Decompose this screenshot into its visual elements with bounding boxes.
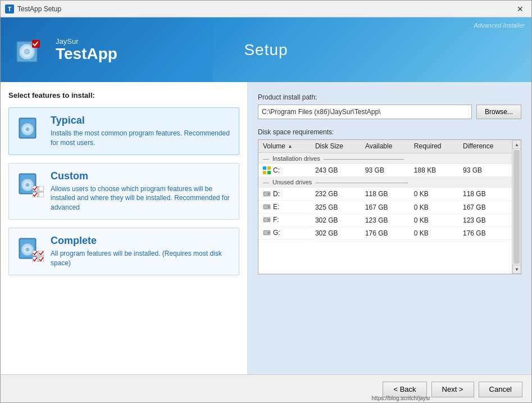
drive-d-avail: 118 GB [361,188,410,201]
table-row: G: 302 GB 176 GB 0 KB 176 GB [258,227,512,239]
drive-e-avail: 167 GB [361,201,410,214]
typical-icon [17,115,44,142]
drive-d-size: 232 GB [311,188,361,201]
custom-icon-wrap [17,170,44,197]
header-brand: Advanced Installer [474,22,525,29]
drive-f-avail: 123 GB [361,214,410,227]
drive-d-diff: 118 GB [458,188,512,201]
path-row: Browse... [258,105,521,119]
svg-rect-24 [39,186,44,191]
footer: < Back Next > Cancel https://blog.scritc… [1,374,531,403]
complete-checkboxes [33,251,44,262]
drive-icon [263,216,271,224]
disk-table-wrapper: Volume ▲ Disk Size Available Required Di… [258,139,521,274]
cancel-button[interactable]: Cancel [479,382,522,397]
complete-text: Complete All program features will be in… [51,235,231,268]
close-button[interactable]: ✕ [513,3,527,15]
drive-c-diff: 93 GB [458,164,512,177]
drive-g-req: 0 KB [410,227,458,239]
disk-section: Disk space requirements: Volume ▲ Disk S… [258,128,521,363]
svg-point-15 [27,129,29,130]
table-row: E: 325 GB 167 GB 0 KB 167 GB [258,201,512,214]
left-panel: Select features to install: Typical Inst… [1,82,248,374]
drive-icon [263,190,271,198]
drive-f-req: 0 KB [410,214,458,227]
svg-rect-25 [39,192,44,197]
svg-point-21 [27,184,29,185]
feature-custom[interactable]: Custom Allows users to choose which prog… [8,163,239,220]
drive-e-vol: E: [258,201,311,214]
svg-point-31 [27,248,29,250]
svg-point-8 [26,51,28,52]
typical-name: Typical [51,115,231,126]
svg-point-45 [268,206,270,208]
drive-e-size: 325 GB [311,201,361,214]
drive-g-avail: 176 GB [361,227,410,239]
drive-g-size: 302 GB [311,227,361,239]
group-installation: —Installation drives————————————— [258,153,512,164]
drive-e-req: 0 KB [410,201,458,214]
drive-d-req: 0 KB [410,188,458,201]
svg-rect-37 [267,166,271,170]
svg-rect-39 [267,171,271,174]
complete-icon-wrap [17,235,44,262]
drive-f-diff: 123 GB [458,214,512,227]
col-disksize: Disk Size [311,140,361,153]
drive-c-vol: C: [258,164,311,177]
svg-text:T: T [8,6,11,12]
header-title: Setup [244,41,288,59]
drive-g-diff: 176 GB [458,227,512,239]
logo-text: JaySur TestApp [56,37,117,63]
svg-rect-38 [263,171,266,174]
next-button[interactable]: Next > [431,382,474,397]
drive-icon [263,203,271,211]
svg-point-42 [268,193,270,195]
svg-point-51 [268,232,270,234]
scroll-up-arrow[interactable]: ▲ [512,140,521,149]
col-required: Required [410,140,458,153]
windows-icon [263,166,271,174]
drive-icon [263,229,271,237]
disk-label: Disk space requirements: [258,128,521,136]
feature-typical[interactable]: Typical Installs the most common program… [8,107,239,155]
main-content: Select features to install: Typical Inst… [1,82,531,374]
custom-name: Custom [51,170,231,182]
drive-c-req: 188 KB [410,164,458,177]
footer-url: https://blog.scritch/jaysr [372,395,430,401]
table-header-row: Volume ▲ Disk Size Available Required Di… [258,140,512,153]
custom-text: Custom Allows users to choose which prog… [51,170,231,212]
scroll-thumb[interactable] [513,150,520,264]
path-section: Product install path: Browse... [258,93,521,119]
company-name: JaySur [56,37,117,46]
path-label: Product install path: [258,93,521,101]
feature-complete[interactable]: Complete All program features will be in… [8,228,239,275]
typical-desc: Installs the most common program feature… [51,129,231,148]
app-name: TestApp [56,46,117,63]
complete-name: Complete [51,235,231,247]
disk-table: Volume ▲ Disk Size Available Required Di… [258,140,512,240]
typical-text: Typical Installs the most common program… [51,115,231,148]
right-panel: Product install path: Browse... Disk spa… [248,82,531,374]
drive-g-vol: G: [258,227,311,239]
custom-checkboxes [33,186,44,197]
drive-d-vol: D: [258,188,311,201]
group-unused: —Unused drives——————————————— [258,177,512,188]
table-row: D: 232 GB 118 GB 0 KB 118 GB [258,188,512,201]
table-row: C: 243 GB 93 GB 188 KB 93 GB [258,164,512,177]
browse-button[interactable]: Browse... [476,105,521,119]
col-difference: Difference [458,140,512,153]
drive-c-size: 243 GB [311,164,361,177]
title-bar-left: T TestApp Setup [5,4,61,13]
drive-e-diff: 167 GB [458,201,512,214]
logo-icon [12,32,48,68]
scroll-down-arrow[interactable]: ▼ [512,265,521,274]
header: JaySur TestApp Setup Advanced Installer [1,17,531,82]
table-row: F: 302 GB 123 GB 0 KB 123 GB [258,214,512,227]
scrollbar[interactable]: ▲ ▼ [512,140,521,274]
col-volume: Volume ▲ [258,140,311,153]
window-title: TestApp Setup [17,5,61,13]
sort-arrow: ▲ [288,143,293,149]
path-input[interactable] [258,105,472,119]
svg-rect-36 [263,166,266,170]
drive-f-vol: F: [258,214,311,227]
